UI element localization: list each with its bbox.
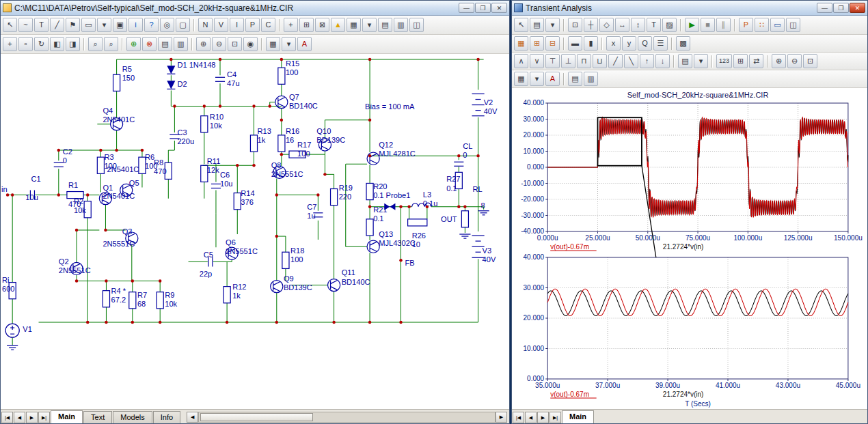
point-tag-mode[interactable]: ◇ bbox=[599, 18, 614, 32]
tab-nav-prev[interactable]: ◀ bbox=[525, 412, 537, 423]
component-label[interactable]: 0.1u bbox=[423, 199, 438, 208]
component-label[interactable]: Q10 bbox=[316, 127, 331, 135]
component-label[interactable]: 10u bbox=[220, 180, 233, 188]
component-mode[interactable]: ▭ bbox=[81, 18, 96, 32]
component-label[interactable]: 470 bbox=[154, 167, 167, 175]
component-label[interactable]: R27 bbox=[446, 175, 460, 183]
zoom-out[interactable]: ⊖ bbox=[212, 37, 226, 51]
zoom-in[interactable]: ⊕ bbox=[196, 37, 211, 51]
component-label[interactable]: D2 bbox=[177, 80, 187, 88]
component-label[interactable]: R4 * bbox=[111, 287, 126, 295]
tab-nav-next[interactable]: ▶ bbox=[537, 412, 549, 423]
power-display[interactable]: P bbox=[245, 18, 260, 32]
component-label[interactable]: R16 bbox=[286, 127, 299, 135]
plot-setup[interactable]: ▩ bbox=[676, 36, 690, 51]
restore-button[interactable]: ❐ bbox=[833, 3, 849, 13]
component-label[interactable]: 100 bbox=[286, 68, 299, 76]
component-label[interactable]: R21 bbox=[373, 206, 387, 214]
warning-overlay[interactable]: ▲ bbox=[331, 18, 345, 32]
component-label[interactable]: 10k bbox=[210, 122, 222, 130]
node-voltages[interactable]: V bbox=[214, 18, 228, 32]
rise-marker[interactable]: ╱ bbox=[608, 54, 623, 68]
tile-vertical[interactable]: ▮ bbox=[584, 36, 598, 51]
component-label[interactable]: MJL4281C bbox=[379, 150, 416, 158]
grid-pattern-dropdown[interactable]: ▾ bbox=[282, 37, 296, 51]
fft-window[interactable]: Q bbox=[638, 36, 652, 51]
peak-marker[interactable]: ∧ bbox=[514, 54, 528, 68]
properties-tool[interactable]: ▨ bbox=[662, 18, 677, 32]
grid-toggle[interactable]: ▦ bbox=[347, 18, 361, 32]
component-label[interactable]: 10u bbox=[25, 193, 38, 201]
global-low[interactable]: ↓ bbox=[655, 54, 670, 68]
component-label[interactable]: 150 bbox=[122, 74, 135, 82]
component-label[interactable]: 10k bbox=[74, 206, 86, 214]
grid-text[interactable]: ⊞ bbox=[299, 18, 314, 32]
component-label[interactable]: R1 bbox=[68, 181, 78, 189]
tab-nav-last[interactable]: ▶| bbox=[38, 412, 50, 423]
vertical-tag-mode[interactable]: ↕ bbox=[631, 18, 645, 32]
component-label[interactable]: Q3 bbox=[122, 227, 133, 236]
component-label[interactable]: R20 bbox=[373, 182, 387, 190]
component-label[interactable]: 2N5551C bbox=[59, 266, 91, 274]
wire-mode[interactable]: ~ bbox=[18, 18, 33, 32]
condition-display[interactable]: C bbox=[261, 18, 275, 32]
paste-from-stack[interactable]: ▥ bbox=[174, 37, 188, 51]
component-label[interactable]: C6 bbox=[220, 171, 230, 179]
select-mode[interactable]: ↖ bbox=[3, 18, 17, 32]
flip-horizontal[interactable]: ◧ bbox=[50, 37, 64, 51]
component-label[interactable]: 0.1 bbox=[446, 184, 457, 193]
pan-tool[interactable]: + bbox=[3, 37, 17, 51]
component-label[interactable]: C5 bbox=[204, 251, 213, 259]
component-label[interactable]: 67.2 bbox=[111, 296, 126, 304]
component-label[interactable]: D1 1N4148 bbox=[177, 61, 215, 69]
component-label[interactable]: RL bbox=[472, 185, 482, 193]
component-label[interactable]: 220 bbox=[339, 193, 352, 201]
tab-nav-last[interactable]: ▶| bbox=[550, 412, 561, 423]
disable-button[interactable]: ⊗ bbox=[142, 37, 157, 51]
close-button[interactable]: ✕ bbox=[491, 3, 507, 13]
component-label[interactable]: Q13 bbox=[379, 230, 393, 238]
series-label-vin[interactable]: 21.2724*v(in) bbox=[663, 391, 704, 398]
zoom-auto[interactable]: ⊡ bbox=[803, 54, 817, 68]
grid-pattern[interactable]: ▦ bbox=[514, 72, 528, 86]
component-label[interactable]: R8 bbox=[154, 158, 163, 167]
analysis-titlebar[interactable]: Transient Analysis —❐✕ bbox=[512, 1, 867, 16]
component-label[interactable]: R12 bbox=[232, 283, 246, 291]
component-label[interactable]: R11 bbox=[207, 157, 221, 165]
tab-main[interactable]: Main bbox=[562, 410, 594, 423]
component-label[interactable]: R10 bbox=[210, 113, 223, 121]
numeric-list[interactable]: ☰ bbox=[653, 36, 668, 51]
low-marker[interactable]: ⊥ bbox=[561, 54, 575, 68]
component-label[interactable]: R7 bbox=[137, 291, 147, 299]
scroll-left-arrow[interactable]: ◀ bbox=[187, 412, 198, 423]
component-label[interactable]: FB bbox=[405, 259, 415, 267]
component-label[interactable]: C3 bbox=[177, 128, 187, 137]
cursor-mode[interactable]: ┼ bbox=[584, 18, 598, 32]
panel-split[interactable]: ◫ bbox=[786, 18, 800, 32]
font-color[interactable]: A bbox=[545, 72, 560, 86]
minimize-button[interactable]: — bbox=[817, 3, 832, 13]
pin-connections[interactable]: + bbox=[284, 18, 298, 32]
component-label[interactable]: Q1 bbox=[103, 184, 113, 192]
component-label[interactable]: in bbox=[1, 185, 8, 193]
component-label[interactable]: 2N5551C bbox=[103, 240, 135, 248]
component-label[interactable]: 8 bbox=[481, 201, 485, 210]
restore-button[interactable]: ❐ bbox=[475, 3, 491, 13]
tab-text[interactable]: Text bbox=[83, 411, 112, 423]
help-mode[interactable]: ? bbox=[144, 18, 159, 32]
close-button[interactable]: ✕ bbox=[850, 3, 865, 13]
stop-button[interactable]: ■ bbox=[701, 18, 715, 32]
component-label[interactable]: Q6 bbox=[226, 238, 236, 246]
rotate[interactable]: ↻ bbox=[34, 37, 49, 51]
find[interactable]: ⌕ bbox=[88, 37, 103, 51]
component-label[interactable]: V1 bbox=[23, 325, 32, 333]
tab-nav-next[interactable]: ▶ bbox=[26, 412, 38, 423]
component-label[interactable]: 376 bbox=[241, 198, 254, 206]
component-label[interactable]: R18 bbox=[290, 246, 304, 255]
component-label[interactable]: 40V bbox=[483, 255, 496, 264]
component-label[interactable]: BD140C bbox=[342, 278, 370, 286]
tab-info[interactable]: Info bbox=[153, 411, 180, 423]
region-enable-mode[interactable]: ▢ bbox=[176, 18, 190, 32]
tab-nav-first[interactable]: |◀ bbox=[1, 412, 13, 423]
tab-models[interactable]: Models bbox=[113, 411, 152, 423]
